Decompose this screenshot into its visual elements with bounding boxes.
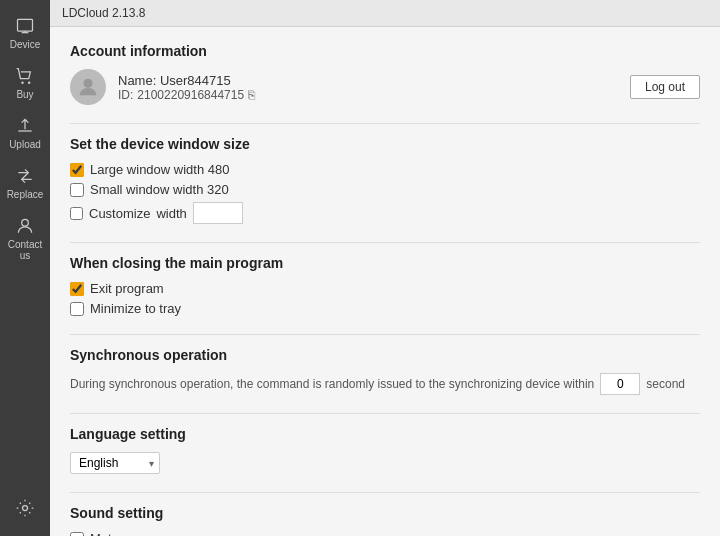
- sidebar: Device Buy Upload Replace Contact us: [0, 0, 50, 536]
- language-section-title: Language setting: [70, 426, 700, 442]
- user-avatar-icon: [77, 76, 99, 98]
- gear-icon: [15, 498, 35, 518]
- sidebar-item-label: Device: [10, 39, 41, 50]
- sidebar-bottom: [11, 490, 39, 526]
- sound-section-title: Sound setting: [70, 505, 700, 521]
- sync-desc-before: During synchronous operation, the comman…: [70, 377, 594, 391]
- avatar: [70, 69, 106, 105]
- language-dropdown-wrapper: English Chinese Japanese: [70, 452, 160, 474]
- divider-3: [70, 334, 700, 335]
- main-content: LDCloud 2.13.8 Account information Name:…: [50, 0, 720, 536]
- account-id-value: 2100220916844715: [137, 88, 244, 102]
- sync-value-input[interactable]: [600, 373, 640, 395]
- svg-point-6: [23, 506, 28, 511]
- window-size-small-checkbox[interactable]: [70, 183, 84, 197]
- account-details: Name: User844715 ID: 2100220916844715 ⎘: [118, 73, 618, 102]
- divider-5: [70, 492, 700, 493]
- sync-desc-after: second: [646, 377, 685, 391]
- width-label: width: [156, 206, 186, 221]
- sync-description: During synchronous operation, the comman…: [70, 373, 700, 395]
- sync-section: Synchronous operation During synchronous…: [70, 347, 700, 395]
- svg-rect-0: [18, 19, 33, 31]
- sidebar-item-label: Replace: [7, 189, 44, 200]
- window-size-customize-label: Customize: [89, 206, 150, 221]
- sidebar-item-buy[interactable]: Buy: [0, 58, 50, 108]
- closing-exit-row: Exit program: [70, 281, 700, 296]
- sound-mute-checkbox[interactable]: [70, 532, 84, 537]
- device-icon: [15, 16, 35, 36]
- content-area: Account information Name: User844715 ID:: [50, 27, 720, 536]
- sidebar-item-label: Contact us: [4, 239, 46, 261]
- svg-point-5: [22, 219, 29, 226]
- copy-id-icon[interactable]: ⎘: [248, 88, 255, 102]
- window-size-customize-checkbox[interactable]: [70, 207, 83, 220]
- svg-point-4: [28, 81, 31, 84]
- closing-section-title: When closing the main program: [70, 255, 700, 271]
- closing-exit-checkbox[interactable]: [70, 282, 84, 296]
- buy-icon: [15, 66, 35, 86]
- window-size-small-row: Small window width 320: [70, 182, 700, 197]
- svg-point-7: [83, 79, 92, 88]
- language-select[interactable]: English Chinese Japanese: [70, 452, 160, 474]
- divider-4: [70, 413, 700, 414]
- sidebar-item-settings[interactable]: [11, 490, 39, 526]
- window-size-customize-row: Customize width: [70, 202, 700, 224]
- sidebar-item-device[interactable]: Device: [0, 8, 50, 58]
- sound-mute-row: Mute: [70, 531, 700, 536]
- divider-2: [70, 242, 700, 243]
- sidebar-item-label: Buy: [16, 89, 33, 100]
- sound-mute-label: Mute: [90, 531, 119, 536]
- sidebar-item-upload[interactable]: Upload: [0, 108, 50, 158]
- sidebar-item-replace[interactable]: Replace: [0, 158, 50, 208]
- divider-1: [70, 123, 700, 124]
- closing-section: When closing the main program Exit progr…: [70, 255, 700, 316]
- closing-minimize-label: Minimize to tray: [90, 301, 181, 316]
- account-row: Name: User844715 ID: 2100220916844715 ⎘ …: [70, 69, 700, 105]
- window-size-section: Set the device window size Large window …: [70, 136, 700, 224]
- window-size-small-label: Small window width 320: [90, 182, 229, 197]
- sync-section-title: Synchronous operation: [70, 347, 700, 363]
- account-id-row: ID: 2100220916844715 ⎘: [118, 88, 618, 102]
- window-size-large-row: Large window width 480: [70, 162, 700, 177]
- svg-point-3: [21, 81, 24, 84]
- language-section: Language setting English Chinese Japanes…: [70, 426, 700, 474]
- window-size-large-checkbox[interactable]: [70, 163, 84, 177]
- app-title: LDCloud 2.13.8: [62, 6, 145, 20]
- account-section-title: Account information: [70, 43, 700, 59]
- contact-icon: [15, 216, 35, 236]
- closing-minimize-checkbox[interactable]: [70, 302, 84, 316]
- sound-section: Sound setting Mute: [70, 505, 700, 536]
- window-size-title: Set the device window size: [70, 136, 700, 152]
- upload-icon: [15, 116, 35, 136]
- replace-icon: [15, 166, 35, 186]
- window-size-large-label: Large window width 480: [90, 162, 229, 177]
- titlebar: LDCloud 2.13.8: [50, 0, 720, 27]
- logout-button[interactable]: Log out: [630, 75, 700, 99]
- account-name: Name: User844715: [118, 73, 618, 88]
- account-section: Account information Name: User844715 ID:: [70, 43, 700, 105]
- sidebar-item-contact[interactable]: Contact us: [0, 208, 50, 269]
- closing-minimize-row: Minimize to tray: [70, 301, 700, 316]
- closing-exit-label: Exit program: [90, 281, 164, 296]
- window-size-width-input[interactable]: [193, 202, 243, 224]
- sidebar-item-label: Upload: [9, 139, 41, 150]
